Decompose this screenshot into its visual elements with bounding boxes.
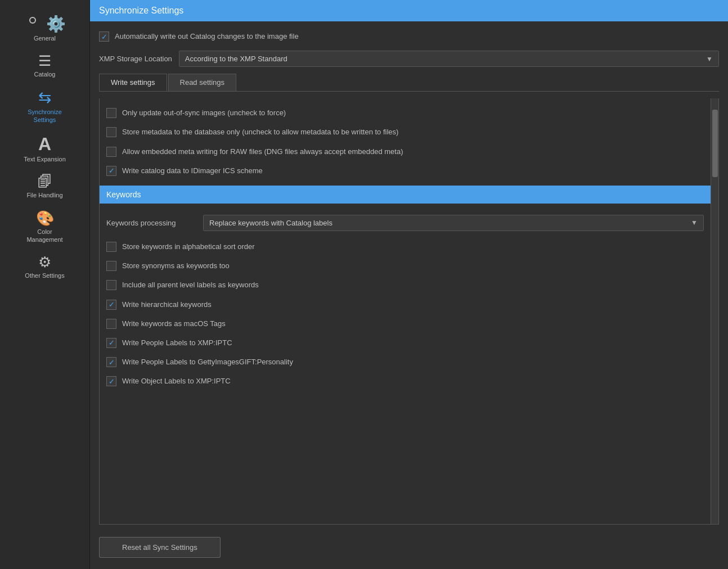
store-alpha-checkbox[interactable] xyxy=(106,242,116,252)
scrollbar-thumb[interactable] xyxy=(712,110,718,177)
sidebar-item-text-expansion[interactable]: A Text Expansion xyxy=(0,129,89,169)
sidebar-item-other-settings[interactable]: ⚙ Other Settings xyxy=(0,249,89,285)
keywords-section-header: Keywords xyxy=(100,186,711,204)
checkbox-store-metadata: Store metadata to the database only (unc… xyxy=(106,125,704,139)
chevron-down-icon: ▼ xyxy=(706,55,713,63)
checkbox-include-parent: Include all parent level labels as keywo… xyxy=(106,278,704,292)
only-update-label: Only update out-of-sync images (uncheck … xyxy=(122,108,286,118)
settings-tabs: Write settings Read settings xyxy=(99,74,719,92)
write-people-iptc-label: Write People Labels to XMP:IPTC xyxy=(122,338,232,348)
sync-icon: ⇆ xyxy=(38,90,51,106)
checkbox-write-catalog: ✓ Write catalog data to IDimager ICS sch… xyxy=(106,164,704,178)
checkbox-write-macos: Write keywords as macOS Tags xyxy=(106,317,704,331)
include-parent-checkbox[interactable] xyxy=(106,280,116,290)
xmp-storage-row: XMP Storage Location According to the XM… xyxy=(99,51,719,67)
sidebar-item-file-handling-label: File Handling xyxy=(26,191,62,199)
store-alpha-label: Store keywords in alphabetical sort orde… xyxy=(122,242,255,252)
sidebar-item-general[interactable]: ⚙️ General xyxy=(0,6,89,48)
settings-scroll-area: Only update out-of-sync images (uncheck … xyxy=(100,98,711,524)
chevron-down-icon-keywords: ▼ xyxy=(691,219,698,227)
checkbox-store-synonyms: Store synonyms as keywords too xyxy=(106,259,704,273)
checkbox-store-alpha: Store keywords in alphabetical sort orde… xyxy=(106,240,704,254)
text-a-icon: A xyxy=(38,135,51,153)
catalog-icon: ☰ xyxy=(38,53,51,68)
store-metadata-checkbox[interactable] xyxy=(106,127,116,137)
files-icon: 🗐 xyxy=(38,174,52,189)
scrollbar[interactable] xyxy=(711,98,718,524)
checkbox-write-people-iptc: ✓ Write People Labels to XMP:IPTC xyxy=(106,336,704,350)
checkbox-only-update: Only update out-of-sync images (uncheck … xyxy=(106,106,704,120)
checkbox-allow-embedded: Allow embedded meta writing for RAW file… xyxy=(106,145,704,159)
write-catalog-checkbox[interactable]: ✓ xyxy=(106,166,116,176)
write-macos-checkbox[interactable] xyxy=(106,319,116,329)
gear-icon: ⚙️ xyxy=(24,11,66,32)
write-hierarchical-checkbox[interactable]: ✓ xyxy=(106,300,116,310)
xmp-storage-dropdown[interactable]: According to the XMP Standard ▼ xyxy=(179,51,719,67)
sidebar-item-color-management[interactable]: 🎨 Color Management xyxy=(0,205,89,250)
allow-embedded-checkbox[interactable] xyxy=(106,147,116,157)
color-icon: 🎨 xyxy=(36,211,54,225)
checkbox-write-hierarchical: ✓ Write hierarchical keywords xyxy=(106,298,704,311)
write-people-getty-checkbox[interactable]: ✓ xyxy=(106,357,116,367)
keywords-processing-label: Keywords processing xyxy=(106,219,196,227)
write-object-iptc-checkbox[interactable]: ✓ xyxy=(106,376,116,386)
include-parent-label: Include all parent level labels as keywo… xyxy=(122,280,259,290)
write-catalog-label: Write catalog data to IDimager ICS schem… xyxy=(122,166,263,176)
reset-sync-settings-button[interactable]: Reset all Sync Settings xyxy=(99,537,221,558)
keywords-processing-dropdown[interactable]: Replace keywords with Catalog labels ▼ xyxy=(203,215,704,231)
sidebar-item-file-handling[interactable]: 🗐 File Handling xyxy=(0,169,89,205)
xmp-storage-value: According to the XMP Standard xyxy=(185,55,287,63)
auto-write-checkbox[interactable]: ✓ xyxy=(99,31,109,42)
checkbox-write-object-iptc: ✓ Write Object Labels to XMP:IPTC xyxy=(106,374,704,388)
content-area: ✓ Automatically write out Catalog change… xyxy=(90,21,728,569)
only-update-checkbox[interactable] xyxy=(106,108,116,118)
store-synonyms-label: Store synonyms as keywords too xyxy=(122,261,230,271)
reset-button-row: Reset all Sync Settings xyxy=(99,531,719,561)
sidebar-item-catalog[interactable]: ☰ Catalog xyxy=(0,48,89,84)
keywords-processing-value: Replace keywords with Catalog labels xyxy=(209,219,332,227)
tab-write-settings[interactable]: Write settings xyxy=(99,74,167,91)
sidebar-item-other-label: Other Settings xyxy=(25,272,64,279)
keywords-processing-row: Keywords processing Replace keywords wit… xyxy=(106,211,704,234)
auto-write-row: ✓ Automatically write out Catalog change… xyxy=(99,29,719,44)
auto-write-label: Automatically write out Catalog changes … xyxy=(115,31,299,42)
page-title: Synchronize Settings xyxy=(90,0,728,21)
write-object-iptc-label: Write Object Labels to XMP:IPTC xyxy=(122,376,231,386)
tab-read-settings[interactable]: Read settings xyxy=(168,74,237,91)
write-macos-label: Write keywords as macOS Tags xyxy=(122,319,226,329)
sidebar-item-synchronize-settings[interactable]: ⇆ Synchronize Settings xyxy=(0,84,89,130)
sidebar-item-sync-label: Synchronize Settings xyxy=(28,108,62,124)
store-synonyms-checkbox[interactable] xyxy=(106,261,116,271)
main-content: Synchronize Settings ✓ Automatically wri… xyxy=(90,0,728,569)
write-hierarchical-label: Write hierarchical keywords xyxy=(122,300,212,310)
checkbox-write-people-getty: ✓ Write People Labels to GettyImagesGIFT… xyxy=(106,355,704,369)
sidebar-item-catalog-label: Catalog xyxy=(34,70,56,78)
settings-panel: Only update out-of-sync images (uncheck … xyxy=(99,98,719,525)
write-people-iptc-checkbox[interactable]: ✓ xyxy=(106,338,116,348)
sidebar: ⚙️ General ☰ Catalog ⇆ Synchronize Setti… xyxy=(0,0,90,569)
write-people-getty-label: Write People Labels to GettyImagesGIFT:P… xyxy=(122,357,293,367)
allow-embedded-label: Allow embedded meta writing for RAW file… xyxy=(122,147,403,157)
xmp-storage-label: XMP Storage Location xyxy=(99,55,172,63)
other-settings-icon: ⚙ xyxy=(38,255,51,269)
sidebar-item-color-label: Color Management xyxy=(26,228,62,244)
store-metadata-label: Store metadata to the database only (unc… xyxy=(122,127,398,137)
sidebar-item-text-expansion-label: Text Expansion xyxy=(24,155,66,163)
sidebar-item-general-label: General xyxy=(34,34,56,42)
